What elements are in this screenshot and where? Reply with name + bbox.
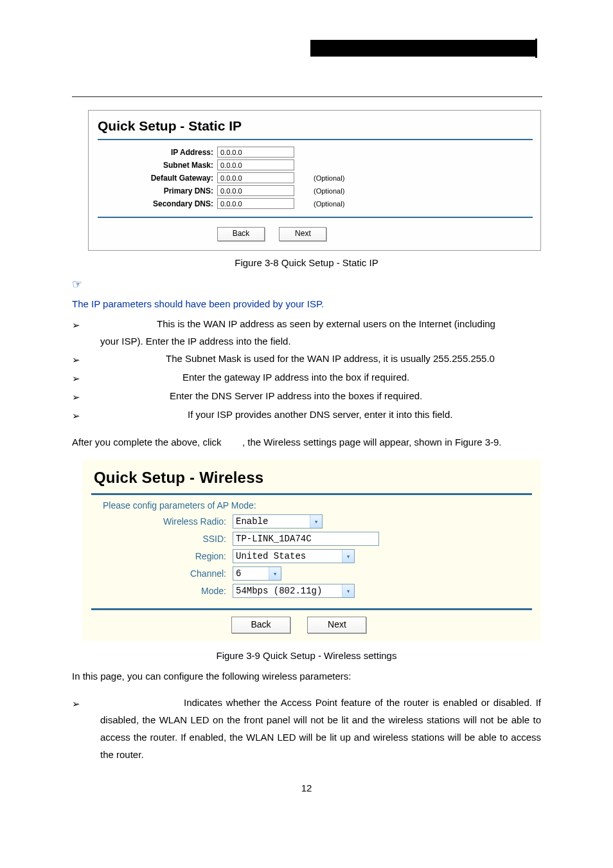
- bullet-text: Enter the DNS Server IP address into the…: [170, 390, 422, 401]
- pdns-input[interactable]: [217, 185, 294, 196]
- row-ssid: SSID:: [91, 532, 532, 546]
- bullet-marker: ➢: [72, 315, 100, 350]
- radio-label: Wireless Radio:: [91, 516, 233, 527]
- radio-select[interactable]: Enable ▾: [233, 514, 323, 529]
- ip-input[interactable]: [217, 147, 294, 158]
- note-text: The IP parameters should have been provi…: [72, 295, 613, 312]
- panel1-title: Quick Setup - Static IP: [98, 118, 533, 134]
- list-item: ➢ Enter the DNS Server IP address into t…: [72, 387, 541, 406]
- chevron-down-icon: ▾: [310, 515, 322, 528]
- gw-input[interactable]: [217, 172, 294, 183]
- ip-label: IP Address:: [98, 148, 217, 157]
- bullet-marker: ➢: [72, 350, 100, 368]
- page-number: 12: [0, 782, 613, 793]
- back-button[interactable]: Back: [217, 227, 265, 241]
- row-region: Region: United States ▾: [91, 549, 532, 563]
- next-button[interactable]: Next: [307, 617, 366, 633]
- panel2-caption: Figure 3-9 Quick Setup - Wireless settin…: [0, 650, 613, 661]
- mask-input[interactable]: [217, 159, 294, 170]
- row-pdns: Primary DNS: (Optional): [98, 185, 533, 196]
- ssid-label: SSID:: [91, 534, 233, 544]
- sdns-optional: (Optional): [314, 200, 344, 208]
- list-item: ➢ If your ISP provides another DNS serve…: [72, 406, 541, 424]
- row-channel: Channel: 6 ▾: [91, 566, 532, 581]
- bullet-text: Enter the gateway IP address into the bo…: [182, 372, 409, 383]
- bullet-text: If your ISP provides another DNS server,…: [188, 409, 452, 420]
- chevron-down-icon: ▾: [269, 567, 281, 580]
- panel2-rule: [91, 493, 532, 495]
- bullet-marker: ➢: [72, 694, 100, 763]
- mode-select[interactable]: 54Mbps (802.11g) ▾: [233, 584, 355, 598]
- sdns-label: Secondary DNS:: [98, 199, 217, 208]
- ssid-input[interactable]: [233, 532, 379, 546]
- panel1-rule2: [98, 217, 533, 218]
- panel1-caption: Figure 3-8 Quick Setup - Static IP: [0, 257, 613, 268]
- chevron-down-icon: ▾: [342, 550, 354, 563]
- chevron-down-icon: ▾: [342, 584, 354, 597]
- channel-label: Channel:: [91, 568, 233, 579]
- bullet-list-2: ➢ Indicates whether the Access Point fea…: [72, 694, 541, 763]
- mid-para-b: , the Wireless settings page will appear…: [242, 437, 502, 448]
- after-panel2-text: In this page, you can configure the foll…: [72, 667, 541, 685]
- list-item: ➢ Enter the gateway IP address into the …: [72, 368, 541, 387]
- mode-value: 54Mbps (802.11g): [236, 586, 339, 596]
- bullet-marker: ➢: [72, 406, 100, 424]
- channel-value: 6: [236, 568, 266, 579]
- bullet-text-cont: your ISP). Enter the IP address into the…: [100, 336, 291, 347]
- panel1-rule: [98, 139, 533, 140]
- gw-optional: (Optional): [314, 174, 344, 182]
- header-rule: [72, 96, 542, 97]
- list-item: ➢ The Subnet Mask is used for the WAN IP…: [72, 350, 541, 368]
- bullet-marker: ➢: [72, 387, 100, 406]
- pdns-optional: (Optional): [314, 187, 344, 195]
- region-value: United States: [236, 551, 339, 561]
- sdns-input[interactable]: [217, 198, 294, 209]
- row-gw: Default Gateway: (Optional): [98, 172, 533, 183]
- list-item: ➢ This is the WAN IP address as seen by …: [72, 315, 541, 350]
- panel2-subnote: Please config parameters of AP Mode:: [103, 500, 532, 511]
- mid-para-a: After you complete the above, click: [72, 437, 224, 448]
- mid-paragraph: After you complete the above, click , th…: [72, 433, 541, 451]
- row-ip: IP Address:: [98, 147, 533, 158]
- row-mask: Subnet Mask:: [98, 159, 533, 170]
- row-wireless-radio: Wireless Radio: Enable ▾: [91, 514, 532, 529]
- bullet-text: This is the WAN IP address as seen by ex…: [157, 318, 495, 329]
- mode-label: Mode:: [91, 586, 233, 596]
- mask-label: Subnet Mask:: [98, 161, 217, 170]
- bullet-marker: ➢: [72, 368, 100, 387]
- static-ip-panel: Quick Setup - Static IP IP Address: Subn…: [88, 110, 541, 251]
- panel2-title: Quick Setup - Wireless: [94, 469, 532, 487]
- hand-icon: ☞: [72, 277, 613, 291]
- bullet-text: The Subnet Mask is used for the WAN IP a…: [166, 353, 495, 364]
- row-sdns: Secondary DNS: (Optional): [98, 198, 533, 209]
- pdns-label: Primary DNS:: [98, 186, 217, 195]
- radio-value: Enable: [236, 516, 307, 527]
- bullet-list-1: ➢ This is the WAN IP address as seen by …: [72, 315, 541, 424]
- wireless-panel: Quick Setup - Wireless Please config par…: [82, 460, 541, 641]
- header-black-bar: [310, 40, 536, 57]
- row-mode: Mode: 54Mbps (802.11g) ▾: [91, 584, 532, 598]
- region-label: Region:: [91, 551, 233, 561]
- bullet2-text: Indicates whether the Access Point featu…: [100, 697, 541, 760]
- next-button[interactable]: Next: [279, 227, 326, 241]
- region-select[interactable]: United States ▾: [233, 549, 355, 563]
- channel-select[interactable]: 6 ▾: [233, 566, 281, 581]
- panel2-rule2: [91, 608, 532, 610]
- gw-label: Default Gateway:: [98, 174, 217, 183]
- back-button[interactable]: Back: [231, 617, 290, 633]
- list-item: ➢ Indicates whether the Access Point fea…: [72, 694, 541, 763]
